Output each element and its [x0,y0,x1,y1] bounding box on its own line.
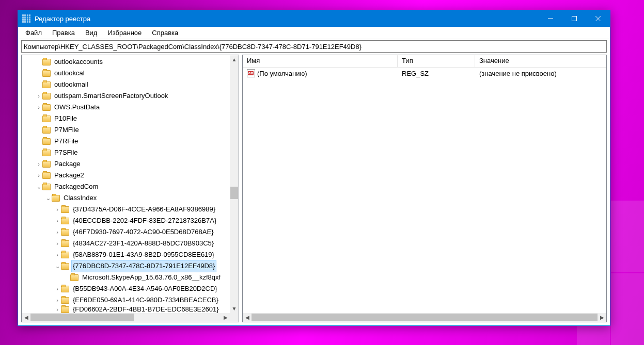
tree-node[interactable]: ⌄PackagedCom [22,181,230,192]
tree-node[interactable]: ›{46F7D930-7697-4072-AC90-0E5D68D768AE} [22,226,230,238]
value-data: (значение не присвоено) [475,70,606,77]
folder-icon [42,59,51,65]
tree-node-label: P7SFile [53,147,80,158]
menu-help[interactable]: Справка [147,28,183,38]
tree-node[interactable]: P7RFile [22,136,230,147]
tree-node[interactable]: outlookmail [22,79,230,90]
address-bar[interactable] [21,40,607,53]
tree-node[interactable]: ›Package2 [22,170,230,181]
tree-node-label: ClassIndex [62,192,98,204]
tree-node-label: {40ECCDBB-2202-4FDF-83ED-272187326B7A} [71,215,218,226]
column-type[interactable]: Тип [398,55,475,67]
values-list[interactable]: (По умолчанию)REG_SZ(значение не присвое… [243,68,606,322]
folder-icon [61,252,69,258]
chevron-right-icon[interactable]: › [54,215,61,226]
folder-icon [61,206,69,213]
scroll-up-arrow[interactable]: ▲ [230,55,239,64]
tree-node-label: P7RFile [53,136,80,147]
tree-node-label: OWS.PostData [53,102,101,113]
value-row[interactable]: (По умолчанию)REG_SZ(значение не присвое… [243,68,606,79]
folder-icon [42,70,51,77]
column-value[interactable]: Значение [475,55,606,67]
tree-node[interactable]: ›{B55DB943-A00A-4E34-A546-0AF0EB20D2CD} [22,283,230,294]
chevron-down-icon[interactable]: ⌄ [54,260,61,272]
folder-icon [42,161,51,168]
chevron-down-icon[interactable]: ⌄ [35,181,42,192]
tree-node[interactable]: ›{FD06602A-2BDF-4BB1-B7DE-EDC68E3E2601} [22,306,230,313]
scroll-down-arrow[interactable]: ▼ [230,304,239,313]
chevron-right-icon[interactable]: › [54,204,61,215]
chevron-right-icon[interactable]: › [35,90,42,102]
tree-node-label: {4834AC27-23F1-420A-888D-85DC70B903C5} [71,238,215,249]
titlebar[interactable]: Редактор реестра [18,10,610,27]
tree-node-label: {B55DB943-A00A-4E34-A546-0AF0EB20D2CD} [71,283,219,294]
scroll-thumb-h[interactable] [30,314,134,321]
minimize-button[interactable] [539,10,562,27]
chevron-right-icon[interactable]: › [35,102,42,113]
folder-icon [61,263,69,270]
scroll-thumb-h[interactable] [252,314,598,321]
column-headers[interactable]: Имя Тип Значение [243,55,606,68]
tree-node[interactable]: P7MFile [22,124,230,136]
tree-node[interactable]: ›Package [22,158,230,170]
tree-node[interactable]: ›{4834AC27-23F1-420A-888D-85DC70B903C5} [22,238,230,249]
close-button[interactable] [586,10,610,27]
value-type: REG_SZ [398,70,475,77]
maximize-button[interactable] [562,10,586,27]
tree-node[interactable]: ›{58AB8879-01E1-43A9-8B2D-0955CD8EE619} [22,249,230,260]
close-icon [595,16,601,21]
menu-favorites[interactable]: Избранное [102,28,147,38]
chevron-right-icon[interactable]: › [35,170,42,181]
registry-tree[interactable]: outlookaccountsoutlookcaloutlookmail›out… [22,55,230,314]
column-name[interactable]: Имя [243,55,398,67]
values-pane: Имя Тип Значение (По умолчанию)REG_SZ(зн… [242,55,607,322]
scroll-thumb[interactable] [230,187,238,199]
chevron-right-icon[interactable]: › [54,238,61,249]
tree-node[interactable]: ›{40ECCDBB-2202-4FDF-83ED-272187326B7A} [22,215,230,226]
folder-icon [61,297,69,304]
scroll-left-arrow[interactable]: ◀ [22,313,30,322]
tree-node[interactable]: ›{37D4375A-D06F-4CCE-A966-EA8AF9386989} [22,204,230,215]
folder-icon [61,286,69,292]
menu-view[interactable]: Вид [80,28,103,38]
tree-node-label: Package2 [53,170,86,181]
chevron-right-icon[interactable]: › [54,226,61,238]
tree-node[interactable]: Microsoft.SkypeApp_15.63.76.0_x86__kzf8q… [22,272,230,283]
tree-node-label: PackagedCom [53,181,100,192]
folder-icon [42,184,51,190]
scroll-right-arrow[interactable]: ▶ [221,313,230,322]
folder-icon [42,104,51,111]
tree-node[interactable]: ⌄{776DBC8D-7347-478C-8D71-791E12EF49D8} [22,260,230,272]
tree-node[interactable]: P10File [22,113,230,124]
tree-node[interactable]: ›OWS.PostData [22,102,230,113]
folder-icon [42,150,51,156]
tree-horizontal-scrollbar[interactable]: ◀ ▶ [22,313,230,322]
chevron-right-icon[interactable]: › [35,158,42,170]
tree-node-label: outlookmail [53,79,90,90]
address-input[interactable] [24,43,604,51]
tree-vertical-scrollbar[interactable]: ▲ ▼ [230,55,239,313]
tree-node[interactable]: P7SFile [22,147,230,158]
tree-node[interactable]: outlookaccounts [22,56,230,68]
tree-node[interactable]: outlookcal [22,68,230,79]
tree-node[interactable]: ›outlspam.SmartScreenFactoryOutlook [22,90,230,102]
menubar: Файл Правка Вид Избранное Справка [18,27,610,39]
tree-node-label: outlookcal [53,68,86,79]
tree-node-label: outlspam.SmartScreenFactoryOutlook [53,90,169,102]
menu-file[interactable]: Файл [20,28,47,38]
chevron-right-icon[interactable]: › [54,283,61,294]
scroll-left-arrow[interactable]: ◀ [243,313,252,322]
tree-node-label: {37D4375A-D06F-4CCE-A966-EA8AF9386989} [71,204,217,215]
tree-node[interactable]: ⌄ClassIndex [22,192,230,204]
folder-icon [70,274,78,281]
window-title: Редактор реестра [35,15,90,23]
svg-rect-0 [572,17,577,21]
maximize-icon [572,16,577,21]
folder-icon [61,229,69,236]
chevron-down-icon[interactable]: ⌄ [44,192,52,204]
menu-edit[interactable]: Правка [47,28,80,38]
scroll-right-arrow[interactable]: ▶ [598,313,606,322]
tree-node-label: Package [53,158,82,170]
values-horizontal-scrollbar[interactable]: ◀ ▶ [243,313,606,322]
chevron-right-icon[interactable]: › [54,249,61,260]
